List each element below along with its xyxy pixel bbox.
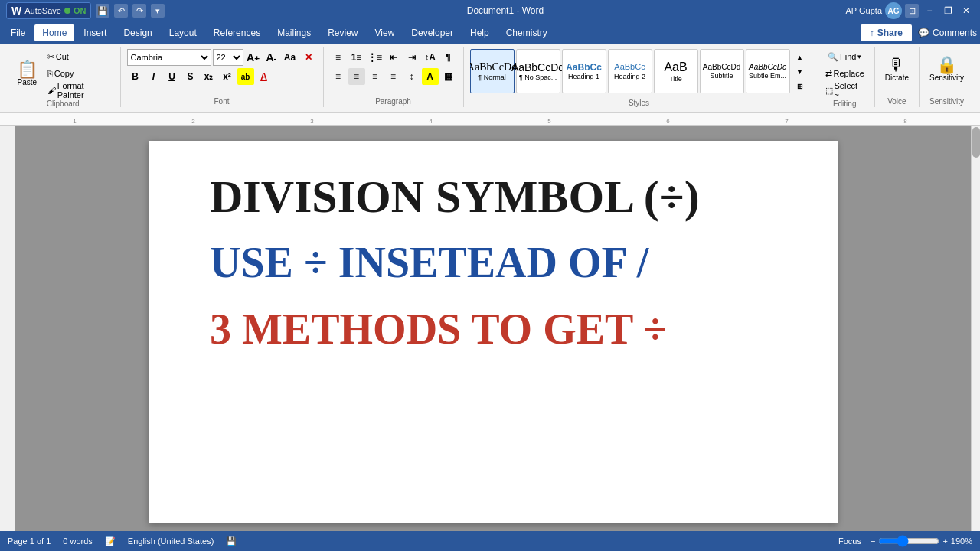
change-case-button[interactable]: Aa — [282, 49, 299, 66]
cut-icon: ✂ — [47, 52, 54, 62]
font-label: Font — [127, 97, 317, 106]
document-line1: DIVISION SYMBOL (÷) — [210, 171, 776, 222]
zoom-out-icon[interactable]: − — [871, 536, 875, 546]
increase-indent-button[interactable]: ⇥ — [403, 49, 420, 66]
menu-developer[interactable]: Developer — [403, 24, 461, 41]
sensitivity-label: Sensitivity — [926, 97, 968, 106]
menu-review[interactable]: Review — [320, 24, 365, 41]
underline-button[interactable]: U — [164, 68, 181, 85]
voice-group: 🎙 Dictate Voice — [875, 47, 920, 107]
italic-button[interactable]: I — [145, 68, 162, 85]
style-normal[interactable]: AaBbCcDd ¶ Normal — [470, 49, 514, 93]
style-normal-preview: AaBbCcDd — [470, 61, 518, 74]
cut-button[interactable]: ✂ Cut — [44, 49, 114, 64]
shading-button[interactable]: A — [422, 68, 439, 85]
autosave-badge[interactable]: W AutoSave ON — [6, 2, 91, 19]
styles-group: AaBbCcDd ¶ Normal AaBbCcDd ¶ No Spac... … — [464, 47, 815, 107]
dictate-button[interactable]: 🎙 Dictate — [881, 49, 913, 89]
styles-scroll-up[interactable]: ▲ — [792, 51, 808, 65]
menu-help[interactable]: Help — [462, 24, 497, 41]
style-subtitle-label: Subtitle — [710, 72, 733, 80]
subscript-button[interactable]: x₂ — [201, 68, 217, 85]
sensitivity-icon: 🔒 — [936, 57, 957, 73]
font-size-select[interactable]: 22 — [213, 49, 243, 66]
align-left-button[interactable]: ≡ — [330, 68, 347, 85]
zoom-level: 190% — [951, 536, 972, 546]
show-marks-button[interactable]: ¶ — [440, 49, 457, 66]
menu-file[interactable]: File — [3, 24, 33, 41]
autosave-label: AutoSave — [24, 6, 61, 15]
font-color-button[interactable]: A — [256, 68, 273, 85]
style-heading1-label: Heading 1 — [568, 73, 599, 80]
vertical-scrollbar[interactable] — [971, 126, 980, 531]
clear-format-button[interactable]: ✕ — [300, 49, 317, 66]
menu-chemistry[interactable]: Chemistry — [498, 24, 555, 41]
document-page[interactable]: DIVISION SYMBOL (÷) USE ÷ INSETEAD OF / … — [149, 141, 838, 523]
shrink-font-button[interactable]: A- — [263, 49, 280, 66]
paste-button[interactable]: 📋 Paste — [12, 54, 42, 93]
borders-button[interactable]: ▦ — [440, 68, 457, 85]
comments-button[interactable]: 💬 Comments — [918, 28, 977, 38]
grow-font-button[interactable]: A+ — [245, 49, 262, 66]
style-title[interactable]: AaB Title — [654, 49, 698, 93]
copy-button[interactable]: ⎘ Copy — [44, 66, 114, 81]
text-highlight-button[interactable]: ab — [237, 68, 254, 85]
align-right-button[interactable]: ≡ — [367, 68, 384, 85]
multilevel-button[interactable]: ⋮≡ — [367, 49, 384, 66]
undo-icon[interactable]: ↶ — [114, 4, 128, 18]
sort-button[interactable]: ↕A — [422, 49, 439, 66]
align-center-button[interactable]: ≡ — [348, 68, 365, 85]
menu-insert[interactable]: Insert — [76, 24, 114, 41]
zoom-slider-input[interactable] — [878, 535, 939, 547]
strikethrough-button[interactable]: S — [182, 68, 199, 85]
menu-references[interactable]: References — [206, 24, 268, 41]
superscript-button[interactable]: x² — [219, 68, 236, 85]
bullets-button[interactable]: ≡ — [330, 49, 347, 66]
style-heading2[interactable]: AaBbCc Heading 2 — [608, 49, 652, 93]
menu-view[interactable]: View — [368, 24, 403, 41]
font-name-select[interactable]: Cambria — [127, 49, 211, 66]
menu-design[interactable]: Design — [116, 24, 159, 41]
restore-button[interactable]: ❐ — [940, 3, 956, 18]
line-spacing-button[interactable]: ↕ — [403, 68, 420, 85]
save-icon[interactable]: 💾 — [96, 4, 109, 18]
select-icon: ⬚ — [825, 86, 833, 96]
find-icon: 🔍 — [828, 52, 838, 62]
style-heading1[interactable]: AaBbCc Heading 1 — [562, 49, 606, 93]
quick-access-icon[interactable]: ▾ — [151, 4, 165, 18]
justify-button[interactable]: ≡ — [385, 68, 402, 85]
find-button[interactable]: 🔍 Find ▾ — [824, 49, 865, 64]
status-bar: Page 1 of 1 0 words 📝 English (United St… — [0, 531, 980, 551]
redo-icon[interactable]: ↷ — [132, 4, 146, 18]
focus-label[interactable]: Focus — [838, 536, 861, 546]
styles-scroll-down[interactable]: ▼ — [792, 65, 808, 80]
zoom-in-icon[interactable]: + — [942, 536, 947, 546]
style-normal-label: ¶ Normal — [478, 73, 505, 81]
ribbon-display-icon[interactable]: ⊡ — [905, 4, 919, 18]
sensitivity-button[interactable]: 🔒 Sensitivity — [926, 49, 968, 89]
select-button[interactable]: ⬚ Select ~ — [822, 83, 868, 98]
bold-button[interactable]: B — [127, 68, 144, 85]
menu-mailings[interactable]: Mailings — [270, 24, 318, 41]
paste-icon: 📋 — [17, 61, 38, 78]
user-avatar[interactable]: AG — [885, 2, 902, 19]
font-row2: B I U S x₂ x² ab A — [127, 68, 273, 85]
share-button[interactable]: ↑ Share — [861, 24, 912, 41]
document-line3: 3 METHODS TO GET ÷ — [210, 304, 776, 355]
minimize-button[interactable]: − — [922, 3, 937, 18]
styles-expand[interactable]: ⊞ — [792, 79, 808, 93]
menu-home[interactable]: Home — [34, 24, 74, 41]
decrease-indent-button[interactable]: ⇤ — [385, 49, 402, 66]
document-area[interactable]: DIVISION SYMBOL (÷) USE ÷ INSETEAD OF / … — [15, 126, 971, 531]
zoom-control[interactable]: − + 190% — [871, 535, 972, 547]
style-subtitle[interactable]: AaBbCcDd Subtitle — [700, 49, 744, 93]
ruler: 12345678 — [0, 113, 980, 126]
style-subtle-em[interactable]: AaBbCcDc Subtle Em... — [746, 49, 790, 93]
format-painter-button[interactable]: 🖌 Format Painter — [44, 83, 114, 98]
replace-button[interactable]: ⇄ Replace — [822, 66, 868, 81]
close-button[interactable]: ✕ — [959, 3, 974, 18]
menu-right: ↑ Share 💬 Comments — [861, 24, 977, 41]
menu-layout[interactable]: Layout — [162, 24, 204, 41]
numbering-button[interactable]: 1≡ — [348, 49, 365, 66]
style-no-space[interactable]: AaBbCcDd ¶ No Spac... — [516, 49, 560, 93]
